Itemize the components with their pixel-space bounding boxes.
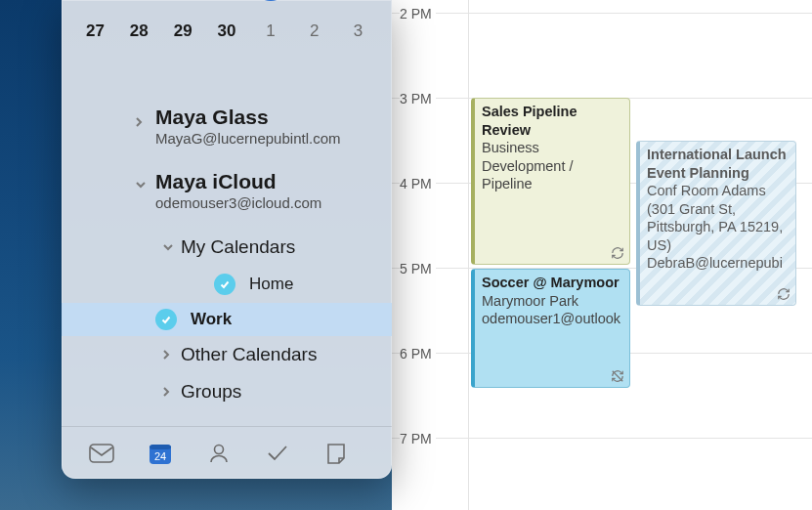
event-title: Sales Pipeline Review (482, 103, 622, 139)
chevron-down-icon[interactable] (161, 242, 175, 252)
sidebar: 27 28 29 30 1 2 3 Maya Glass MayaG@lucer… (62, 0, 392, 479)
mini-cal-today[interactable] (251, 0, 290, 1)
account-maya-glass[interactable]: Maya Glass MayaG@lucernepubintl.com (120, 102, 392, 152)
hour-label: 3 PM (400, 91, 436, 106)
mini-cal-day[interactable]: 2 (292, 10, 336, 53)
mini-cal-day[interactable]: 30 (205, 10, 249, 53)
mini-cal-day[interactable]: 1 (248, 10, 292, 53)
event-launch-planning[interactable]: International Launch Event Planning Conf… (636, 141, 796, 306)
event-subtitle: Business Development / Pipeline (482, 139, 622, 193)
accounts-list: Maya Glass MayaG@lucernepubintl.com Maya… (62, 102, 392, 410)
calendar-grid[interactable]: 2 PM 3 PM 4 PM 5 PM 6 PM 7 PM Sales Pipe… (392, 0, 812, 510)
account-maya-icloud[interactable]: Maya iCloud odemouser3@icloud.com (120, 166, 392, 217)
event-sales-pipeline[interactable]: Sales Pipeline Review Business Developme… (471, 98, 630, 265)
calendar-work[interactable]: Work (120, 303, 392, 336)
calendar-checked-icon[interactable] (214, 274, 235, 295)
tree-label: Groups (181, 381, 241, 403)
mail-icon[interactable] (89, 441, 114, 466)
bottom-nav: 24 (62, 426, 392, 479)
hour-row-7pm: 7 PM (392, 438, 812, 439)
event-organizer: odemouser1@outlook (482, 310, 622, 328)
recurring-icon (777, 287, 791, 301)
calendar-tree: My Calendars Home Work Other Calendars G… (120, 229, 392, 410)
calendar-icon[interactable]: 24 (148, 441, 173, 466)
svg-point-5 (215, 445, 224, 453)
mini-cal-day[interactable]: 27 (73, 10, 117, 53)
hour-label: 7 PM (400, 431, 436, 446)
tree-other-calendars[interactable]: Other Calendars (120, 336, 392, 373)
account-name: Maya Glass (155, 106, 392, 129)
hour-label: 6 PM (400, 346, 436, 361)
svg-rect-1 (90, 445, 113, 462)
people-icon[interactable] (206, 441, 232, 466)
event-title: International Launch Event Planning (647, 146, 789, 182)
event-title: Soccer @ Marymoor (482, 274, 622, 292)
account-name: Maya iCloud (155, 170, 392, 193)
chevron-right-icon[interactable] (134, 115, 150, 129)
mini-cal-day[interactable]: 3 (336, 10, 380, 53)
chevron-down-icon[interactable] (134, 180, 150, 190)
gutter-divider (468, 0, 469, 510)
account-email: odemouser3@icloud.com (155, 194, 392, 211)
calendar-checked-icon[interactable] (155, 309, 177, 330)
no-recurring-icon (611, 369, 624, 383)
mini-cal-day[interactable]: 28 (117, 10, 161, 53)
tasks-icon[interactable] (265, 441, 290, 466)
svg-text:24: 24 (154, 450, 166, 462)
svg-rect-3 (150, 445, 171, 449)
tree-groups[interactable]: Groups (120, 373, 392, 410)
chevron-right-icon[interactable] (161, 385, 171, 399)
event-organizer: DebraB@lucernepubi (647, 254, 789, 273)
notes-icon[interactable] (323, 441, 349, 466)
hour-row-2pm: 2 PM (392, 13, 812, 14)
tree-label: My Calendars (181, 236, 295, 258)
hour-label: 2 PM (400, 6, 436, 21)
calendar-home[interactable]: Home (120, 266, 392, 303)
tree-my-calendars[interactable]: My Calendars (120, 229, 392, 266)
event-soccer[interactable]: Soccer @ Marymoor Marymoor Park odemouse… (471, 269, 630, 388)
mini-cal-week: 27 28 29 30 1 2 3 (73, 10, 380, 53)
mini-calendar[interactable]: 27 28 29 30 1 2 3 (62, 0, 392, 53)
tree-label: Other Calendars (181, 344, 317, 365)
calendar-label: Home (249, 275, 293, 294)
event-location: Conf Room Adams (301 Grant St, Pittsburg… (647, 182, 789, 254)
event-location: Marymoor Park (482, 292, 622, 311)
hour-label: 4 PM (400, 176, 436, 191)
calendar-label: Work (191, 310, 232, 329)
mini-cal-day[interactable]: 29 (161, 10, 205, 53)
chevron-right-icon[interactable] (161, 348, 171, 361)
recurring-icon (611, 246, 624, 260)
account-email: MayaG@lucernepubintl.com (155, 130, 392, 147)
hour-label: 5 PM (400, 261, 436, 276)
